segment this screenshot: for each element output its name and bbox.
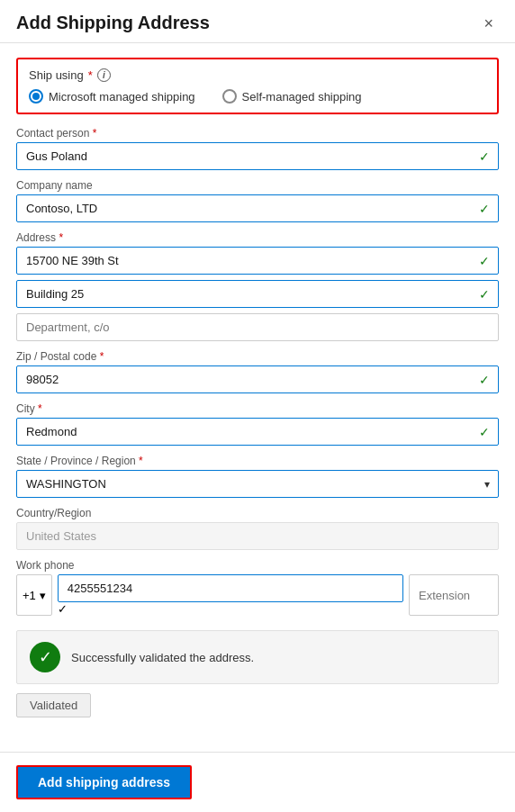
- state-select-wrapper: WASHINGTON ▾: [16, 470, 499, 498]
- ship-using-label: Ship using * i: [29, 68, 486, 82]
- ship-using-required: *: [88, 68, 93, 82]
- contact-person-wrapper: ✓: [16, 142, 499, 170]
- address-line1-input[interactable]: [16, 247, 499, 275]
- zip-wrapper: ✓: [16, 365, 499, 393]
- zip-label: Zip / Postal code *: [16, 350, 499, 363]
- company-name-field: Company name ✓: [16, 179, 499, 222]
- ship-using-radio-group: Microsoft managed shipping Self-managed …: [29, 89, 486, 104]
- info-icon[interactable]: i: [97, 68, 111, 82]
- address-field: Address * ✓ ✓: [16, 231, 499, 341]
- company-name-label: Company name: [16, 179, 499, 192]
- zip-field: Zip / Postal code * ✓: [16, 350, 499, 393]
- city-wrapper: ✓: [16, 418, 499, 446]
- address-line3-input[interactable]: [16, 313, 499, 341]
- state-label: State / Province / Region *: [16, 455, 499, 467]
- phone-country-chevron-icon: ▾: [40, 589, 46, 602]
- phone-number-input[interactable]: [58, 574, 403, 602]
- city-input[interactable]: [16, 418, 499, 446]
- modal-footer: Add shipping address: [0, 752, 515, 812]
- zip-check-icon: ✓: [479, 373, 490, 387]
- address-line1-wrapper: ✓: [16, 247, 499, 275]
- modal-body: Ship using * i Microsoft managed shippin…: [0, 43, 515, 752]
- city-label: City *: [16, 402, 499, 415]
- contact-person-field: Contact person * ✓: [16, 127, 499, 170]
- country-input: [16, 522, 499, 550]
- radio-microsoft-label: Microsoft managed shipping: [49, 90, 195, 104]
- work-phone-label: Work phone: [16, 559, 499, 572]
- company-name-wrapper: ✓: [16, 194, 499, 222]
- country-field: Country/Region: [16, 507, 499, 550]
- work-phone-field: Work phone +1 ▾ ✓: [16, 559, 499, 616]
- modal-container: Add Shipping Address × Ship using * i Mi…: [0, 0, 515, 812]
- address-line1-check-icon: ✓: [479, 254, 490, 268]
- radio-self[interactable]: Self-managed shipping: [222, 89, 362, 104]
- phone-number-wrapper: ✓: [58, 574, 403, 616]
- validation-box: ✓ Successfully validated the address.: [16, 630, 499, 684]
- radio-self-circle: [222, 89, 237, 104]
- modal-title: Add Shipping Address: [16, 13, 210, 33]
- validation-check-circle: ✓: [30, 642, 60, 672]
- company-name-input[interactable]: [16, 194, 499, 222]
- modal-header: Add Shipping Address ×: [0, 0, 515, 43]
- close-button[interactable]: ×: [478, 14, 499, 33]
- zip-input[interactable]: [16, 365, 499, 393]
- validation-check-icon: ✓: [39, 649, 52, 665]
- validation-message: Successfully validated the address.: [71, 651, 254, 664]
- address-line2-wrapper: ✓: [16, 280, 499, 308]
- state-field: State / Province / Region * WASHINGTON ▾: [16, 455, 499, 498]
- contact-person-label: Contact person *: [16, 127, 499, 140]
- state-select[interactable]: WASHINGTON: [16, 470, 499, 498]
- contact-person-input[interactable]: [16, 142, 499, 170]
- address-label: Address *: [16, 231, 499, 244]
- phone-country-select[interactable]: +1 ▾: [16, 574, 52, 616]
- country-label: Country/Region: [16, 507, 499, 519]
- phone-row: +1 ▾ ✓: [16, 574, 499, 616]
- phone-country-code: +1: [23, 589, 36, 602]
- address-line2-input[interactable]: [16, 280, 499, 308]
- company-name-check-icon: ✓: [479, 202, 490, 216]
- radio-self-label: Self-managed shipping: [242, 90, 362, 104]
- city-field: City * ✓: [16, 402, 499, 446]
- validated-button[interactable]: Validated: [16, 693, 91, 717]
- address-line2-check-icon: ✓: [479, 287, 490, 302]
- city-check-icon: ✓: [479, 425, 490, 439]
- ship-using-section: Ship using * i Microsoft managed shippin…: [16, 58, 499, 114]
- address-line3-wrapper: [16, 313, 499, 341]
- radio-microsoft[interactable]: Microsoft managed shipping: [29, 89, 195, 104]
- contact-person-check-icon: ✓: [479, 149, 490, 164]
- radio-microsoft-circle: [29, 89, 43, 104]
- phone-check-icon: ✓: [58, 602, 68, 616]
- extension-input[interactable]: [409, 574, 499, 616]
- add-shipping-address-button[interactable]: Add shipping address: [16, 765, 192, 799]
